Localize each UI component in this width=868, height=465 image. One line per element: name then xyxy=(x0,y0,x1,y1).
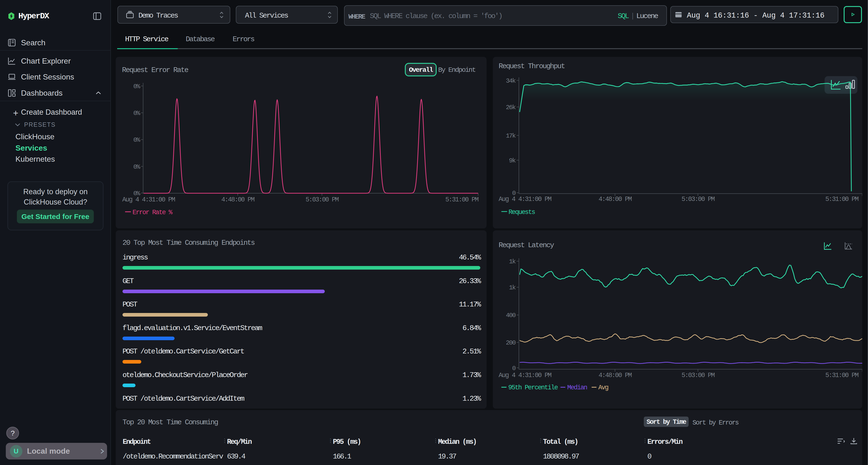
svg-text:Error Rate %: Error Rate % xyxy=(133,209,173,216)
svg-text:26k: 26k xyxy=(506,104,516,111)
svg-text:0%: 0% xyxy=(133,83,140,90)
svg-text:1k: 1k xyxy=(509,258,516,265)
svg-text:4:48:00 PM: 4:48:00 PM xyxy=(599,196,632,203)
svg-text:Median: Median xyxy=(567,384,587,391)
svg-text:400: 400 xyxy=(506,312,516,319)
svg-text:4:48:00 PM: 4:48:00 PM xyxy=(599,372,632,379)
svg-text:95th Percentile: 95th Percentile xyxy=(508,384,558,391)
svg-text:Aug 4 4:31:00 PM: Aug 4 4:31:00 PM xyxy=(122,196,175,203)
svg-text:5:03:00 PM: 5:03:00 PM xyxy=(306,196,339,203)
svg-text:Avg: Avg xyxy=(598,384,608,391)
svg-text:200: 200 xyxy=(506,339,516,346)
svg-text:Aug 4 4:31:00 PM: Aug 4 4:31:00 PM xyxy=(499,196,551,203)
svg-text:34k: 34k xyxy=(506,77,516,85)
svg-text:4:48:00 PM: 4:48:00 PM xyxy=(221,196,254,203)
svg-text:Aug 4 4:31:00 PM: Aug 4 4:31:00 PM xyxy=(499,372,551,379)
svg-text:5:31:00 PM: 5:31:00 PM xyxy=(825,196,858,203)
svg-text:0%: 0% xyxy=(133,136,140,143)
svg-text:1k: 1k xyxy=(509,284,516,291)
svg-text:Requests: Requests xyxy=(508,209,535,216)
svg-text:0: 0 xyxy=(512,365,516,372)
svg-text:5:31:00 PM: 5:31:00 PM xyxy=(825,372,858,379)
svg-text:0%: 0% xyxy=(133,110,140,117)
svg-text:17k: 17k xyxy=(506,132,516,139)
svg-text:0%: 0% xyxy=(133,163,140,171)
svg-text:5:03:00 PM: 5:03:00 PM xyxy=(682,196,715,203)
svg-text:5:31:00 PM: 5:31:00 PM xyxy=(445,196,478,203)
svg-text:9k: 9k xyxy=(509,157,516,164)
svg-text:5:03:00 PM: 5:03:00 PM xyxy=(682,372,715,379)
